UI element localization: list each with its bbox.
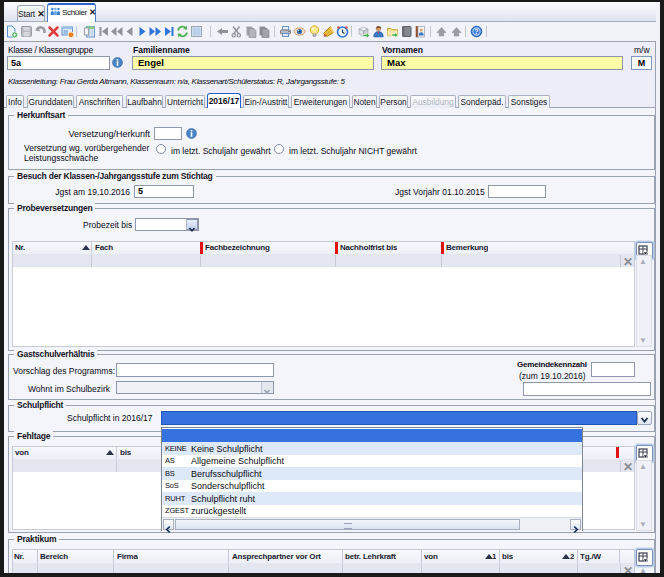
svg-text:?: ? (474, 28, 478, 35)
